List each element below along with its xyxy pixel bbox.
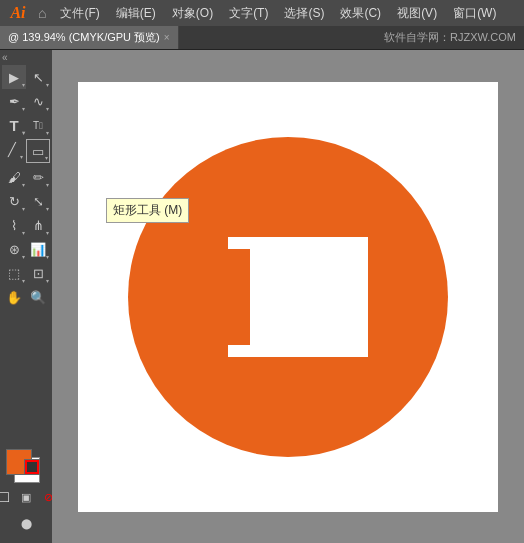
symbol-sprayer-tool-arrow: ▾ bbox=[22, 253, 25, 260]
symbol-sprayer-tool[interactable]: ⊛ ▾ bbox=[2, 237, 26, 261]
menu-edit[interactable]: 编辑(E) bbox=[108, 3, 164, 24]
direct-selection-tool[interactable]: ↖ ▾ bbox=[26, 65, 50, 89]
warp-tool-arrow: ▾ bbox=[22, 229, 25, 236]
curvature-tool-arrow: ▾ bbox=[46, 105, 49, 112]
width-tool-arrow: ▾ bbox=[46, 229, 49, 236]
rectangle-tool[interactable]: ▭ ▾ bbox=[26, 139, 50, 163]
tool-row-brush: 🖌 ▾ ✏ ▾ bbox=[0, 165, 52, 189]
type-tool[interactable]: T ▾ bbox=[2, 113, 26, 137]
home-icon[interactable]: ⌂ bbox=[34, 5, 50, 21]
tab-close-button[interactable]: × bbox=[164, 32, 170, 43]
selection-tool-arrow: ▾ bbox=[22, 81, 25, 88]
logo-shape bbox=[208, 237, 368, 357]
paintbrush-tool[interactable]: 🖌 ▾ bbox=[2, 165, 26, 189]
menu-select[interactable]: 选择(S) bbox=[276, 3, 332, 24]
rectangle-tool-arrow: ▾ bbox=[45, 154, 48, 161]
active-tab[interactable]: @ 139.94% (CMYK/GPU 预览) × bbox=[0, 26, 179, 49]
line-tool[interactable]: ╱ ▾ bbox=[0, 137, 24, 161]
tool-row-warp: ⌇ ▾ ⋔ ▾ bbox=[0, 213, 52, 237]
warp-tool[interactable]: ⌇ ▾ bbox=[2, 213, 26, 237]
color-mode-row: □ ▣ ⊘ bbox=[0, 487, 58, 507]
tool-row-rotate: ↻ ▾ ⤡ ▾ bbox=[0, 189, 52, 213]
pen-tool[interactable]: ✒ ▾ bbox=[2, 89, 26, 113]
pencil-tool[interactable]: ✏ ▾ bbox=[26, 165, 50, 189]
tab-label: @ 139.94% (CMYK/GPU 预览) bbox=[8, 30, 160, 45]
type-tool-arrow: ▾ bbox=[22, 129, 25, 136]
tool-row-symbol: ⊛ ▾ 📊 ▾ bbox=[0, 237, 52, 261]
paintbrush-tool-arrow: ▾ bbox=[22, 181, 25, 188]
canvas-area: 矩形工具 (M) bbox=[52, 50, 524, 543]
rotate-tool-arrow: ▾ bbox=[22, 205, 25, 212]
tool-row-artboard: ⬚ ▾ ⊡ ▾ bbox=[0, 261, 52, 285]
slice-tool-arrow: ▾ bbox=[46, 277, 49, 284]
main-layout: « ▶ ▾ ↖ ▾ ✒ ▾ ∿ ▾ T ▾ T⃝ ▾ bbox=[0, 50, 524, 543]
tool-row-pen: ✒ ▾ ∿ ▾ bbox=[0, 89, 52, 113]
artboard-tool-arrow: ▾ bbox=[22, 277, 25, 284]
pen-tool-arrow: ▾ bbox=[22, 105, 25, 112]
column-graph-tool[interactable]: 📊 ▾ bbox=[26, 237, 50, 261]
direct-selection-tool-arrow: ▾ bbox=[46, 81, 49, 88]
touch-type-tool[interactable]: T⃝ ▾ bbox=[26, 113, 50, 137]
tool-row-line: ╱ ▾ ▭ ▾ bbox=[0, 137, 52, 165]
bottom-tool-row: ⬤ bbox=[12, 509, 40, 537]
menu-file[interactable]: 文件(F) bbox=[52, 3, 107, 24]
logo-orange-rect bbox=[228, 249, 250, 345]
menu-text[interactable]: 文字(T) bbox=[221, 3, 276, 24]
line-tool-arrow: ▾ bbox=[20, 153, 23, 160]
color-section: □ ▣ ⊘ ⬤ bbox=[0, 445, 60, 541]
scale-tool-arrow: ▾ bbox=[46, 205, 49, 212]
menu-view[interactable]: 视图(V) bbox=[389, 3, 445, 24]
left-toolbar: « ▶ ▾ ↖ ▾ ✒ ▾ ∿ ▾ T ▾ T⃝ ▾ bbox=[0, 50, 52, 543]
orange-circle bbox=[128, 137, 448, 457]
hand-tool[interactable]: ✋ bbox=[2, 285, 26, 309]
menu-bar: Ai ⌂ 文件(F) 编辑(E) 对象(O) 文字(T) 选择(S) 效果(C)… bbox=[0, 0, 524, 26]
toolbar-collapse-button[interactable]: « bbox=[0, 52, 8, 63]
canvas-content bbox=[78, 82, 498, 512]
column-graph-tool-arrow: ▾ bbox=[46, 253, 49, 260]
fill-none-button[interactable]: □ bbox=[0, 487, 14, 507]
website-label: 软件自学网：RJZXW.COM bbox=[384, 30, 524, 45]
touch-type-tool-arrow: ▾ bbox=[46, 129, 49, 136]
color-swatches[interactable] bbox=[6, 449, 46, 485]
pencil-tool-arrow: ▾ bbox=[46, 181, 49, 188]
tab-bar: @ 139.94% (CMYK/GPU 预览) × 软件自学网：RJZXW.CO… bbox=[0, 26, 524, 50]
stroke-swatch[interactable] bbox=[24, 459, 40, 475]
tool-row-selection: ▶ ▾ ↖ ▾ bbox=[0, 65, 52, 89]
gradient-button[interactable]: ▣ bbox=[16, 487, 36, 507]
curvature-tool[interactable]: ∿ ▾ bbox=[26, 89, 50, 113]
rotate-tool[interactable]: ↻ ▾ bbox=[2, 189, 26, 213]
draw-mode-button[interactable]: ⬤ bbox=[14, 511, 38, 535]
menu-window[interactable]: 窗口(W) bbox=[445, 3, 504, 24]
rectangle-tool-icon: ▭ bbox=[32, 144, 44, 159]
zoom-tool[interactable]: 🔍 bbox=[26, 285, 50, 309]
tool-row-type: T ▾ T⃝ ▾ bbox=[0, 113, 52, 137]
menu-items: 文件(F) 编辑(E) 对象(O) 文字(T) 选择(S) 效果(C) 视图(V… bbox=[52, 3, 504, 24]
tool-row-zoom: ✋ 🔍 bbox=[0, 285, 52, 309]
width-tool[interactable]: ⋔ ▾ bbox=[26, 213, 50, 237]
selection-tool[interactable]: ▶ ▾ bbox=[2, 65, 26, 89]
menu-object[interactable]: 对象(O) bbox=[164, 3, 221, 24]
menu-effect[interactable]: 效果(C) bbox=[332, 3, 389, 24]
scale-tool[interactable]: ⤡ ▾ bbox=[26, 189, 50, 213]
artboard-tool[interactable]: ⬚ ▾ bbox=[2, 261, 26, 285]
slice-tool[interactable]: ⊡ ▾ bbox=[26, 261, 50, 285]
app-logo: Ai bbox=[4, 4, 32, 22]
